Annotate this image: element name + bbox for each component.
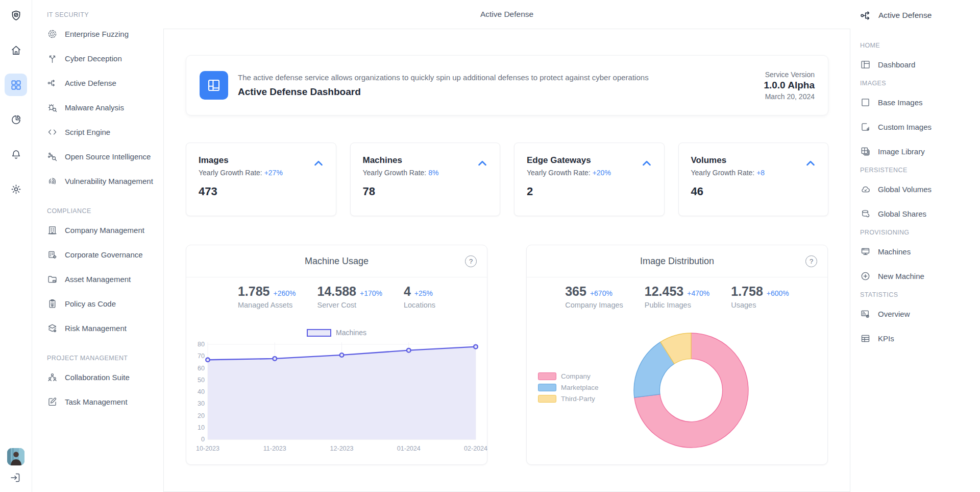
chart-stat-value: 4 — [404, 284, 411, 298]
chevron-up-icon — [312, 157, 325, 170]
chart-stat-value-line: 1.758+600% — [731, 284, 789, 299]
svg-text:11-2023: 11-2023 — [263, 445, 286, 452]
sidebar-item-label: Image Library — [878, 147, 925, 156]
chart-card-header: Machine Usage? — [186, 245, 487, 277]
sidebar-item-kpis[interactable]: KPIs — [860, 326, 980, 350]
collapse-button[interactable] — [312, 157, 325, 170]
chart-card-header: Image Distribution? — [527, 245, 827, 277]
active-defense-icon — [860, 9, 873, 22]
sidebar-item-label: Vulnerability Management — [65, 177, 153, 185]
svg-text:60: 60 — [198, 365, 205, 372]
sidebar-item-company-management[interactable]: Company Management — [32, 218, 163, 242]
square-icon — [860, 97, 871, 108]
chart-stat-label: Public Images — [645, 301, 709, 309]
machine-usage-line-chart: 0102030405060708010-202311-202312-202301… — [186, 312, 488, 462]
sidebar-item-new-machine[interactable]: New Machine — [860, 264, 980, 288]
section-label-provisioning: PROVISIONING — [860, 226, 980, 239]
chart-stat-value-line: 14.588+170% — [317, 284, 382, 299]
building-icon — [47, 225, 58, 236]
sidebar-item-label: Active Defense — [65, 79, 116, 87]
sidebar-item-image-library[interactable]: Image Library — [860, 139, 980, 163]
image-distribution-donut-chart — [527, 312, 828, 467]
shield-logo-icon — [10, 10, 22, 21]
sidebar-item-asset-management[interactable]: Asset Management — [32, 267, 163, 291]
sidebar-item-label: Open Source Intelligence — [65, 152, 151, 161]
sidebar-item-malware-analysis[interactable]: Malware Analysis — [32, 95, 163, 120]
chart-stats-row: 365+670%Company Images12.453+470%Public … — [527, 284, 827, 309]
service-version-date: March 20, 2024 — [764, 92, 815, 101]
svg-text:80: 80 — [198, 341, 205, 348]
section-label-project-management: PROJECT MANAGEMENT — [32, 352, 163, 365]
chart-stat-delta: +260% — [274, 289, 296, 297]
chevron-up-icon — [476, 157, 488, 170]
chart-stat-locations: 4+25%Locations — [404, 284, 435, 309]
sidebar-item-overview[interactable]: Overview — [860, 301, 980, 326]
sidebar-item-collaboration-suite[interactable]: Collaboration Suite — [32, 365, 163, 389]
sidebar-item-dashboard[interactable]: Dashboard — [860, 52, 980, 77]
stat-card-growth: Yearly Growth Rate: 8% — [363, 169, 488, 177]
section-label-statistics: STATISTICS — [860, 288, 980, 301]
stat-card-value: 46 — [691, 185, 816, 198]
sidebar-item-open-source-intelligence[interactable]: Open Source Intelligence — [32, 144, 163, 169]
target-icon — [47, 29, 58, 39]
sidebar-item-risk-management[interactable]: Risk Management — [32, 316, 163, 340]
stat-card-growth: Yearly Growth Rate: +20% — [527, 169, 652, 177]
collapse-button[interactable] — [476, 157, 488, 170]
section-items-statistics: OverviewKPIs — [860, 301, 980, 350]
sidebar-item-vulnerability-management[interactable]: Vulnerability Management — [32, 169, 163, 193]
logout-button[interactable] — [9, 472, 22, 485]
folder-icon — [47, 274, 58, 285]
chart-stat-value: 1.758 — [731, 284, 763, 298]
square-plus-icon — [860, 122, 871, 132]
sidebar-item-enterprise-fuzzing[interactable]: Enterprise Fuzzing — [32, 21, 163, 46]
stat-card-title: Edge Gateways — [527, 155, 652, 166]
section-label-it-security: IT SECURITY — [32, 8, 163, 21]
sidebar-item-task-management[interactable]: Task Management — [32, 389, 163, 414]
collapse-button[interactable] — [804, 157, 817, 170]
rail-settings[interactable] — [5, 178, 27, 200]
dashboard-icon — [860, 59, 871, 70]
logout-icon — [9, 472, 22, 484]
sidebar-item-label: New Machine — [878, 272, 924, 280]
db-icon — [860, 208, 871, 219]
help-button[interactable]: ? — [465, 255, 477, 267]
banner-text: The active defense service allows organi… — [238, 73, 764, 98]
sidebar-item-machines[interactable]: Machines — [860, 239, 980, 264]
right-sidebar: Active Defense HOMEDashboardIMAGESBase I… — [850, 0, 980, 492]
sidebar-item-cyber-deception[interactable]: Cyber Deception — [32, 46, 163, 71]
sidebar-item-script-engine[interactable]: Script Engine — [32, 120, 163, 144]
chart-stat-delta: +25% — [414, 289, 433, 297]
chart-stat-delta: +670% — [590, 289, 612, 297]
grid-stack-icon — [860, 146, 871, 157]
sidebar-item-label: Corporate Governance — [65, 250, 143, 259]
banner-description: The active defense service allows organi… — [238, 73, 764, 82]
sidebar-item-custom-images[interactable]: Custom Images — [860, 114, 980, 139]
sidebar-item-global-volumes[interactable]: Global Volumes — [860, 177, 980, 201]
plus-circle-icon — [860, 271, 871, 282]
stat-card-edge-gateways: Edge GatewaysYearly Growth Rate: +20%2 — [514, 143, 665, 216]
svg-text:01-2024: 01-2024 — [397, 445, 421, 452]
banner-title: Active Defense Dashboard — [238, 86, 764, 98]
sidebar-item-active-defense[interactable]: Active Defense — [32, 71, 163, 95]
help-button[interactable]: ? — [805, 255, 817, 267]
chart-stat-company-images: 365+670%Company Images — [565, 284, 623, 309]
user-avatar[interactable] — [7, 448, 24, 465]
chart-stat-public-images: 12.453+470%Public Images — [645, 284, 709, 309]
rail-notifications[interactable] — [5, 143, 27, 166]
sidebar-item-global-shares[interactable]: Global Shares — [860, 201, 980, 226]
rail-analytics[interactable] — [5, 108, 27, 131]
collapse-button[interactable] — [641, 157, 653, 170]
section-items-project-management: Collaboration SuiteTask Management — [32, 365, 163, 414]
rail-home[interactable] — [5, 39, 27, 61]
chart-stat-value-line: 4+25% — [404, 284, 435, 299]
sidebar-item-label: Risk Management — [65, 324, 127, 333]
rail-apps[interactable] — [5, 74, 27, 96]
stat-card-value: 2 — [527, 185, 652, 198]
sidebar-item-policy-as-code[interactable]: Policy as Code — [32, 291, 163, 316]
sidebar-item-corporate-governance[interactable]: Corporate Governance — [32, 242, 163, 267]
chart-title: Machine Usage — [305, 256, 369, 267]
svg-text:20: 20 — [198, 412, 205, 419]
network-search-icon — [47, 151, 58, 162]
sidebar-item-base-images[interactable]: Base Images — [860, 90, 980, 114]
question-icon: ? — [810, 257, 813, 265]
